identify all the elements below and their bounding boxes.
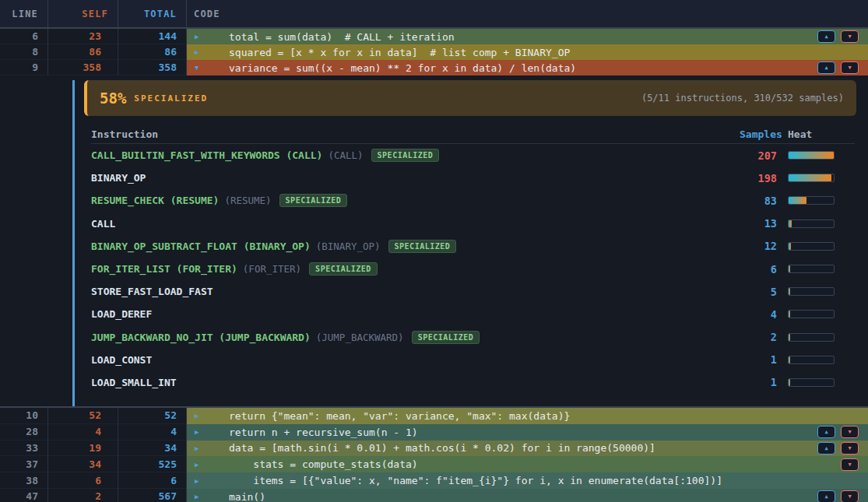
heat-bar — [788, 174, 835, 182]
expand-collapse-icon[interactable]: ▼ — [195, 64, 204, 72]
down-arrow-icon: ▼ — [848, 493, 851, 500]
code-cell[interactable]: ▶ return {"mean": mean, "var": variance,… — [187, 408, 868, 424]
jump-up-button[interactable]: ▲ — [817, 61, 835, 74]
code-text: stats = compute_stats(data) — [229, 458, 418, 470]
jump-down-button[interactable]: ▼ — [841, 30, 859, 43]
expand-collapse-icon[interactable]: ▶ — [195, 33, 204, 40]
heat-bar — [788, 310, 835, 318]
expand-collapse-icon[interactable]: ▶ — [195, 493, 204, 500]
heat-cell — [786, 356, 855, 364]
instruction-column-header[interactable]: Instruction — [91, 128, 740, 140]
instruction-name: JUMP_BACKWARD_NO_JIT (JUMP_BACKWARD)(JUM… — [91, 331, 740, 344]
table-header: LINE SELF TOTAL CODE — [0, 0, 868, 29]
heat-cell — [786, 151, 855, 160]
code-row: 10 52 52 ▶ return {"mean": mean, "var": … — [0, 408, 868, 424]
samples-value: 6 — [740, 263, 786, 276]
instruction-row: STORE_FAST_LOAD_FAST 5 — [91, 280, 855, 303]
code-cell[interactable]: ▶ items = [{"value": x, "name": f"item_{… — [187, 472, 868, 489]
specialized-badge: SPECIALIZED — [309, 262, 378, 276]
code-cell[interactable]: ▶ data = [math.sin(i * 0.01) + math.cos(… — [187, 441, 868, 457]
profiler-view: LINE SELF TOTAL CODE 6 23 144 ▶ total = … — [0, 0, 868, 502]
code-rows-bottom: 10 52 52 ▶ return {"mean": mean, "var": … — [0, 408, 868, 502]
heat-bar-fill — [789, 334, 790, 341]
heat-bar-fill — [789, 265, 790, 272]
column-header-total: TOTAL — [118, 0, 187, 27]
heat-cell — [786, 378, 855, 387]
up-arrow-icon: ▲ — [824, 493, 828, 500]
heat-bar-fill — [789, 197, 807, 204]
code-cell[interactable]: ▶ main() ▲ ▼ — [187, 489, 868, 502]
instruction-row: JUMP_BACKWARD_NO_JIT (JUMP_BACKWARD)(JUM… — [91, 326, 855, 349]
jump-down-button[interactable]: ▼ — [841, 61, 859, 74]
heat-bar — [788, 333, 835, 342]
heat-cell — [786, 287, 855, 296]
heat-bar-fill — [789, 379, 790, 386]
jump-buttons: ▲ ▼ — [817, 490, 859, 502]
instruction-row: BINARY_OP 198 — [91, 167, 855, 189]
self-samples-cell: 34 — [48, 456, 118, 472]
expand-collapse-icon[interactable]: ▶ — [195, 412, 204, 420]
jump-up-button[interactable]: ▲ — [817, 426, 835, 438]
heat-cell — [786, 265, 855, 273]
heat-cell — [786, 333, 855, 342]
heat-cell — [786, 242, 855, 251]
code-text: main() — [229, 491, 265, 502]
samples-value: 4 — [740, 308, 786, 321]
total-samples-cell: 567 — [118, 489, 187, 502]
instruction-name: LOAD_SMALL_INT — [91, 377, 740, 388]
code-text: return n + recursive_sum(n - 1) — [229, 427, 418, 438]
specialization-label: SPECIALIZED — [134, 93, 208, 104]
instruction-name: CALL — [91, 218, 740, 230]
self-samples-cell: 86 — [48, 44, 118, 60]
code-cell[interactable]: ▶ squared = [x * x for x in data] # list… — [187, 44, 868, 60]
jump-buttons: ▲ ▼ — [817, 442, 859, 455]
jump-buttons: ▲ ▼ — [817, 30, 859, 43]
samples-value: 198 — [740, 172, 786, 184]
instruction-row: RESUME_CHECK (RESUME)(RESUME)SPECIALIZED… — [91, 189, 855, 212]
jump-down-button[interactable]: ▼ — [841, 426, 859, 438]
expand-collapse-icon[interactable]: ▶ — [195, 444, 204, 452]
jump-down-button[interactable]: ▼ — [841, 442, 859, 455]
column-header-self: SELF — [48, 0, 118, 27]
line-number-cell: 37 — [0, 456, 48, 472]
total-samples-cell: 4 — [118, 424, 187, 441]
down-arrow-icon: ▼ — [848, 445, 851, 451]
code-text: squared = [x * x for x in data] # list c… — [229, 47, 570, 58]
jump-down-button[interactable]: ▼ — [841, 490, 859, 502]
heat-bar-fill — [789, 152, 834, 159]
code-row: 6 23 144 ▶ total = sum(data) # CALL + it… — [0, 29, 868, 44]
expand-collapse-icon[interactable]: ▶ — [195, 461, 204, 469]
heat-column-header[interactable]: Heat — [786, 128, 855, 140]
jump-buttons: ▲ ▼ — [817, 426, 859, 438]
samples-column-header[interactable]: Samples — [740, 128, 786, 140]
total-samples-cell: 144 — [118, 29, 187, 44]
instruction-name: RESUME_CHECK (RESUME)(RESUME)SPECIALIZED — [91, 194, 740, 207]
expand-collapse-icon[interactable]: ▶ — [195, 48, 204, 56]
line-number-cell: 47 — [0, 489, 48, 502]
jump-down-button[interactable]: ▼ — [841, 458, 859, 471]
expand-collapse-icon[interactable]: ▶ — [195, 428, 204, 436]
code-cell[interactable]: ▶ return n + recursive_sum(n - 1) ▲ ▼ — [187, 424, 868, 441]
specialized-badge: SPECIALIZED — [388, 240, 457, 253]
jump-up-button[interactable]: ▲ — [817, 30, 835, 43]
jump-up-button[interactable]: ▲ — [817, 490, 835, 502]
code-cell[interactable]: ▶ total = sum(data) # CALL + iteration ▲… — [187, 29, 868, 44]
expand-collapse-icon[interactable]: ▶ — [195, 477, 204, 485]
down-arrow-icon: ▼ — [848, 33, 851, 40]
code-cell[interactable]: ▼ variance = sum((x - mean) ** 2 for x i… — [187, 60, 868, 75]
up-arrow-icon: ▲ — [824, 33, 828, 40]
jump-up-button[interactable]: ▲ — [817, 442, 835, 455]
instruction-name: BINARY_OP_SUBTRACT_FLOAT (BINARY_OP)(BIN… — [91, 240, 740, 253]
heat-bar — [788, 287, 835, 296]
instruction-rows: CALL_BUILTIN_FAST_WITH_KEYWORDS (CALL)(C… — [91, 144, 855, 394]
instruction-base-name: (JUMP_BACKWARD) — [316, 332, 404, 343]
samples-value: 2 — [740, 331, 786, 343]
heat-bar — [788, 242, 835, 251]
self-samples-cell: 52 — [48, 408, 118, 424]
instruction-row: LOAD_SMALL_INT 1 — [91, 371, 855, 394]
code-cell[interactable]: ▶ stats = compute_stats(data) ▼ — [187, 456, 868, 472]
expanded-detail-panel: 58% SPECIALIZED (5/11 instructions, 310/… — [0, 80, 868, 408]
column-header-line: LINE — [0, 0, 48, 27]
heat-cell — [786, 310, 855, 318]
heat-bar-fill — [789, 220, 792, 227]
